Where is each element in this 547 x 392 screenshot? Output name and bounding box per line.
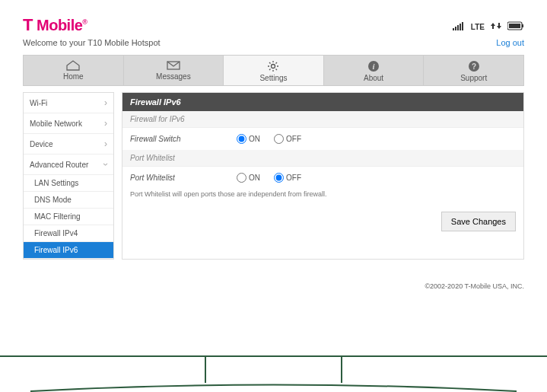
firewall-switch-on[interactable]: ON bbox=[237, 134, 260, 144]
port-whitelist-label: Port Whitelist bbox=[130, 174, 237, 182]
sidebar-item-advanced-router[interactable]: Advanced Router › bbox=[24, 155, 113, 175]
svg-text:?: ? bbox=[472, 62, 476, 71]
section-firewall: Firewall for IPv6 bbox=[122, 111, 523, 128]
nav-home-label: Home bbox=[63, 72, 84, 81]
status-icons: LTE bbox=[453, 20, 524, 33]
nav-settings-label: Settings bbox=[259, 74, 287, 82]
sidebar-item-label: Advanced Router bbox=[30, 161, 88, 169]
sidebar-item-mobile-network[interactable]: Mobile Network › bbox=[24, 113, 113, 134]
svg-line-16 bbox=[276, 62, 278, 64]
chevron-right-icon: › bbox=[104, 118, 107, 129]
logo: T Mobile® bbox=[23, 15, 87, 35]
sidebar-item-label: Device bbox=[30, 140, 53, 148]
sidebar-sub-firewall-ipv6[interactable]: Firewall IPv6 bbox=[24, 242, 113, 259]
panel-title: Firewall IPv6 bbox=[122, 93, 523, 111]
help-icon: ? bbox=[468, 60, 480, 72]
nav-support[interactable]: ? Support bbox=[424, 56, 523, 85]
svg-rect-6 bbox=[522, 24, 523, 27]
content-panel: Firewall IPv6 Firewall for IPv6 Firewall… bbox=[122, 92, 524, 260]
svg-rect-4 bbox=[462, 22, 463, 30]
svg-rect-1 bbox=[455, 27, 456, 30]
sidebar-sub-firewall-ipv4[interactable]: Firewall IPv4 bbox=[24, 225, 113, 242]
nav-about-label: About bbox=[364, 74, 383, 82]
sidebar-item-label: Wi-Fi bbox=[30, 99, 47, 107]
sidebar-item-device[interactable]: Device › bbox=[24, 134, 113, 155]
svg-rect-2 bbox=[457, 25, 459, 30]
firewall-switch-off[interactable]: OFF bbox=[274, 134, 301, 144]
svg-rect-7 bbox=[509, 24, 520, 28]
settings-icon bbox=[266, 60, 280, 72]
firewall-switch-label: Firewall Switch bbox=[130, 135, 237, 143]
nav-messages[interactable]: Messages bbox=[124, 56, 224, 85]
monitor-stand bbox=[0, 355, 547, 392]
nav-messages-label: Messages bbox=[156, 72, 191, 81]
logo-text: Mobile bbox=[33, 17, 82, 33]
port-whitelist-off[interactable]: OFF bbox=[274, 173, 301, 183]
sidebar-sub-dns-mode[interactable]: DNS Mode bbox=[24, 192, 113, 209]
svg-line-14 bbox=[269, 62, 271, 64]
updown-icon bbox=[491, 20, 501, 33]
svg-rect-3 bbox=[460, 24, 461, 30]
info-icon: i bbox=[367, 60, 380, 72]
svg-point-9 bbox=[272, 65, 275, 69]
svg-line-15 bbox=[276, 69, 278, 71]
chevron-right-icon: › bbox=[104, 139, 107, 149]
nav-settings[interactable]: Settings bbox=[224, 56, 324, 85]
logo-t: T bbox=[23, 15, 33, 34]
svg-line-17 bbox=[269, 69, 271, 71]
chevron-down-icon: › bbox=[100, 163, 111, 166]
welcome-text: Welcome to your T10 Mobile Hotspot bbox=[23, 38, 161, 47]
signal-icon bbox=[453, 20, 465, 33]
home-icon bbox=[65, 60, 81, 71]
sidebar: Wi-Fi › Mobile Network › Device › Advanc… bbox=[23, 92, 114, 260]
sidebar-sub-mac-filtering[interactable]: MAC Filtering bbox=[24, 209, 113, 225]
sidebar-sub-lan-settings[interactable]: LAN Settings bbox=[24, 175, 113, 192]
footer-copyright: ©2002-2020 T-Mobile USA, INC. bbox=[23, 282, 524, 290]
messages-icon bbox=[166, 60, 181, 71]
sidebar-item-label: Mobile Network bbox=[30, 120, 82, 128]
port-whitelist-note: Port Whitelist will open ports those are… bbox=[122, 189, 523, 206]
nav-home[interactable]: Home bbox=[24, 56, 124, 85]
logout-link[interactable]: Log out bbox=[496, 38, 524, 47]
chevron-right-icon: › bbox=[104, 97, 107, 108]
lte-label: LTE bbox=[471, 23, 485, 31]
svg-rect-0 bbox=[453, 28, 454, 30]
port-whitelist-on[interactable]: ON bbox=[237, 173, 260, 183]
main-nav: Home Messages Settings i About ? Support bbox=[23, 55, 524, 86]
sidebar-item-wifi[interactable]: Wi-Fi › bbox=[24, 93, 113, 113]
battery-icon bbox=[507, 20, 524, 33]
nav-about[interactable]: i About bbox=[324, 56, 425, 85]
section-port-whitelist: Port Whitelist bbox=[122, 150, 523, 167]
save-button[interactable]: Save Changes bbox=[441, 212, 516, 231]
nav-support-label: Support bbox=[460, 74, 487, 82]
